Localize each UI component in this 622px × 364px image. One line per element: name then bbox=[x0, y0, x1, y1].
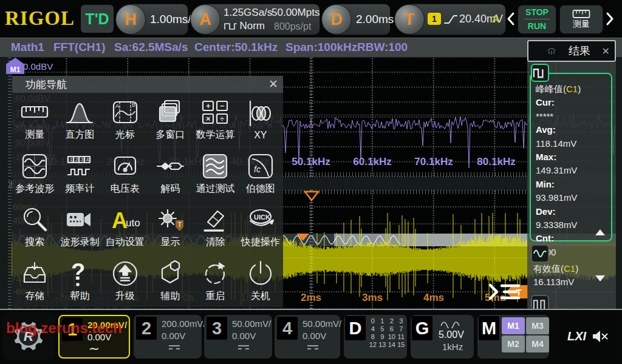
nav-item-decode[interactable]: 解码 bbox=[148, 147, 193, 201]
svg-text:+: + bbox=[206, 101, 211, 110]
digital-channels-box[interactable]: D 0123 4567 891011 12131415 bbox=[344, 315, 407, 359]
nav-item-label: 自动设置 bbox=[106, 236, 145, 249]
nav-item-record[interactable]: 波形录制 bbox=[57, 200, 102, 254]
nav-item-quick[interactable]: UICK 快捷操作 bbox=[238, 200, 283, 254]
nav-item-search[interactable]: 搜索 bbox=[12, 200, 57, 254]
sample-rate: 1.25GSa/s bbox=[224, 7, 272, 19]
timebase-value: 1.00ms/ bbox=[150, 4, 191, 35]
scroll-down-icon[interactable] bbox=[595, 275, 605, 281]
dialog-title: 功能导航 bbox=[26, 78, 67, 92]
menu-icon[interactable] bbox=[487, 283, 521, 301]
nav-prev-icon[interactable] bbox=[507, 12, 515, 26]
trigger-source-badge: 1 bbox=[428, 13, 441, 25]
math-slot-m2[interactable]: M2 bbox=[502, 335, 525, 352]
math-slot-m1[interactable]: M1 bbox=[502, 317, 525, 334]
function-nav-dialog-titlebar[interactable]: 功能导航 ✕ bbox=[12, 76, 283, 93]
acquire-control[interactable]: A 1.25GSa/s Norm 50.00Mpts 800ps/pt bbox=[190, 4, 320, 35]
a-knob-icon[interactable]: A bbox=[190, 4, 220, 35]
channel-number: 4 bbox=[277, 317, 298, 340]
cur-label: Cur: bbox=[536, 96, 611, 109]
nav-item-histogram[interactable]: 直方图 bbox=[57, 93, 102, 147]
trigger-control[interactable]: T 1 20.40mV A bbox=[394, 4, 506, 35]
reference-waveform-icon bbox=[20, 152, 49, 181]
svg-text:fc: fc bbox=[254, 164, 261, 174]
nav-item-restart[interactable]: 重启 bbox=[193, 254, 238, 308]
nav-item-label: 参考波形 bbox=[15, 183, 54, 195]
autoset-icon: A uto bbox=[111, 205, 140, 234]
nav-item-bode[interactable]: fc 伯德图 bbox=[238, 147, 283, 201]
results-close-icon[interactable]: ✕ bbox=[602, 46, 610, 57]
nav-item-power[interactable]: 关机 bbox=[238, 254, 283, 308]
nav-item-utility[interactable]: 辅助 bbox=[148, 254, 193, 308]
dialog-close-icon[interactable]: ✕ bbox=[268, 77, 278, 91]
rms-measure-icon[interactable] bbox=[531, 244, 549, 263]
coupling-ac-icon: ∼ bbox=[60, 342, 129, 356]
generator-box[interactable]: G 5.00V 1kHz bbox=[411, 315, 474, 359]
measurement-item-peak-peak[interactable]: 峰峰值(C1) Cur: ***** Avg: 118.14mV Max: 14… bbox=[530, 73, 612, 241]
nav-item-reference[interactable]: 参考波形 bbox=[12, 147, 57, 201]
horizontal-timebase-control[interactable]: H 1.00ms/ bbox=[115, 4, 188, 35]
math-slot-grid: M1 M3 M2 M4 bbox=[502, 317, 549, 352]
channel-number: 3 bbox=[207, 317, 227, 340]
drag-hand-icon[interactable] bbox=[545, 46, 558, 56]
upgrade-icon bbox=[111, 259, 140, 288]
results-panel-header[interactable]: 结果 ✕ bbox=[527, 40, 616, 62]
channel-2-box[interactable]: 2 200.00mV/ 0.00V bbox=[134, 315, 202, 359]
math-slot-m3[interactable]: M3 bbox=[526, 317, 549, 334]
nav-item-cursor[interactable]: A B 光标 bbox=[103, 93, 148, 147]
nav-item-display[interactable]: T 显示 bbox=[148, 200, 193, 254]
nav-item-multiwindow[interactable]: 多窗口 bbox=[148, 93, 193, 147]
nav-item-measure[interactable]: 测量 bbox=[12, 93, 57, 147]
nav-item-autoset[interactable]: A uto 自动设置 bbox=[103, 200, 148, 254]
trigger-position-marker[interactable] bbox=[304, 190, 320, 201]
measure-button[interactable]: 测量 bbox=[559, 5, 603, 34]
measure-name: 有效值( bbox=[533, 263, 564, 274]
sine-icon bbox=[440, 318, 464, 328]
quick-icon: UICK bbox=[246, 205, 275, 234]
measure-name: 峰峰值( bbox=[536, 84, 566, 94]
lxi-status-box[interactable]: LXI bbox=[554, 312, 618, 360]
coupling-dc-icon bbox=[238, 345, 249, 351]
nav-item-label: 显示 bbox=[160, 236, 180, 249]
eraser-icon bbox=[200, 205, 230, 234]
d-knob-icon[interactable]: D bbox=[321, 4, 352, 35]
channel-offset: 0.00V bbox=[232, 331, 256, 341]
trigger-status-badge: T'D bbox=[81, 5, 114, 33]
display-icon: T bbox=[156, 205, 185, 234]
svg-text:÷: ÷ bbox=[220, 114, 224, 123]
math-box[interactable]: M M1 M3 M2 M4 bbox=[477, 315, 549, 359]
sample-interval: 800ps/pt bbox=[274, 21, 311, 32]
svg-text:4: 4 bbox=[86, 157, 89, 163]
nav-item-math[interactable]: + − × ÷ 数学运算 bbox=[193, 93, 238, 147]
bottom-bar: R 1 20.00mV/ 0.00V ∼ 2 200.00mV/ 0.00V 3… bbox=[0, 310, 622, 364]
nav-item-clear[interactable]: 清除 bbox=[193, 200, 238, 254]
nav-item-xy[interactable]: XY bbox=[238, 93, 283, 147]
t-knob-icon[interactable]: T bbox=[394, 4, 425, 35]
cur-value: ***** bbox=[536, 110, 611, 123]
nav-item-voltmeter[interactable]: 电压表 bbox=[103, 147, 148, 201]
freq-label: 60.1kHz bbox=[353, 156, 391, 168]
delay-control[interactable]: D 2.00ms bbox=[321, 4, 391, 35]
peak-peak-measure-icon[interactable] bbox=[531, 64, 549, 82]
nav-item-label: 伯德图 bbox=[246, 183, 275, 195]
nav-item-counter[interactable]: 1 2 3 4 频率计 bbox=[57, 147, 102, 201]
scroll-up-icon[interactable] bbox=[595, 229, 605, 235]
stop-run-button[interactable]: STOP RUN bbox=[518, 5, 556, 34]
channel-scale: 50.00mV/ bbox=[302, 318, 341, 329]
svg-text:?: ? bbox=[71, 259, 85, 285]
nav-next-icon[interactable] bbox=[606, 12, 614, 26]
nav-item-passfail[interactable]: 通过测试 bbox=[193, 147, 238, 201]
math-slot-m4[interactable]: M4 bbox=[526, 335, 549, 352]
cursor-icon: A B bbox=[111, 98, 140, 127]
nav-item-label: 解码 bbox=[160, 183, 180, 195]
speaker-muted-icon[interactable] bbox=[592, 328, 610, 344]
channel-3-box[interactable]: 3 50.00mV/ 0.00V bbox=[204, 315, 272, 359]
nav-item-label: 快捷操作 bbox=[241, 236, 280, 249]
channel-4-box[interactable]: 4 50.00mV/ 0.00V bbox=[275, 315, 340, 359]
ruler-icon bbox=[20, 98, 49, 127]
blog-watermark-url: blog.zeruns.tech bbox=[6, 320, 122, 337]
measurement-item-rms[interactable]: 有效值(C1) 16.113mV bbox=[533, 262, 578, 289]
h-knob-icon[interactable]: H bbox=[115, 4, 146, 35]
min-label: Min: bbox=[536, 178, 611, 191]
nav-item-label: 清除 bbox=[205, 236, 225, 249]
